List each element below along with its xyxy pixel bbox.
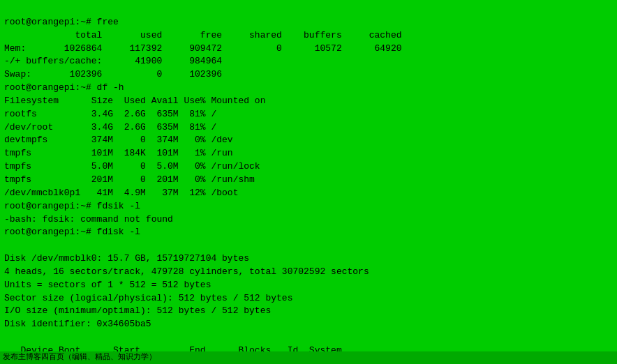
bottom-bar: 发布主博客四百页（编辑、精品、知识力学） — [0, 351, 617, 364]
bottom-bar-text: 发布主博客四百页（编辑、精品、知识力学） — [3, 352, 156, 363]
terminal-content: root@orangepi:~# free total used free sh… — [4, 17, 402, 364]
terminal: root@orangepi:~# free total used free sh… — [0, 0, 617, 364]
